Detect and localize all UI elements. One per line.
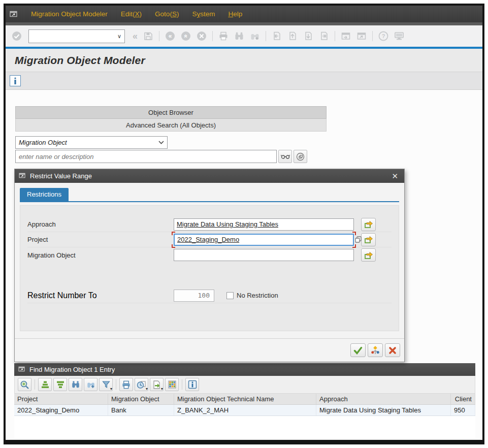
command-input[interactable]	[29, 30, 114, 43]
cell-client[interactable]: 950	[451, 405, 475, 415]
column-header-client[interactable]: Client	[451, 394, 475, 404]
choose-layout-icon[interactable]	[165, 378, 179, 391]
close-icon[interactable]: ✕	[389, 172, 400, 181]
search-scope-icon[interactable]	[294, 150, 307, 163]
cell-project[interactable]: 2022_Staging_Demo	[14, 405, 108, 415]
menu-help[interactable]: Help	[228, 10, 242, 18]
help-icon[interactable]: ?	[377, 30, 389, 42]
column-header-migration-object[interactable]: Migration Object	[108, 394, 174, 404]
save-icon[interactable]	[142, 30, 154, 42]
cancel-x-icon[interactable]	[385, 343, 400, 357]
approach-field[interactable]	[174, 218, 354, 231]
search-input[interactable]	[15, 150, 277, 163]
multiple-selection-button-project[interactable]	[361, 233, 376, 246]
page-title: Migration Object Modeler	[15, 54, 145, 67]
advanced-search-header: Advanced Search (All Objects)	[15, 119, 327, 132]
detail-icon[interactable]	[18, 378, 31, 391]
export-icon[interactable]: ▾	[150, 378, 164, 391]
dialog-window-icon	[19, 173, 27, 179]
find-results-panel: Find Migration Object 1 Entry ▾	[14, 363, 475, 438]
value-help-icon[interactable]	[354, 236, 362, 243]
svg-text:?: ?	[382, 33, 385, 39]
confirm-check-icon[interactable]	[350, 343, 366, 357]
last-page-icon[interactable]	[318, 30, 330, 42]
project-field[interactable]	[174, 234, 354, 246]
tab-restrictions[interactable]: Restrictions	[20, 188, 69, 201]
info-toolbar	[6, 72, 482, 90]
cell-technical-name[interactable]: Z_BANK_2_MAH	[174, 405, 316, 415]
column-header-approach[interactable]: Approach	[316, 394, 451, 404]
print-icon[interactable]	[217, 30, 230, 42]
page-title-bar: Migration Object Modeler	[6, 49, 482, 72]
find-panel-title-bar[interactable]: Find Migration Object 1 Entry	[14, 363, 475, 376]
dialog-title-bar[interactable]: Restrict Value Range ✕	[15, 169, 404, 183]
info-icon[interactable]	[185, 378, 199, 391]
command-field[interactable]: ∨	[28, 29, 125, 43]
find-icon[interactable]	[69, 378, 82, 391]
up-icon[interactable]: «	[180, 30, 192, 42]
menu-goto[interactable]: Goto(S)	[155, 10, 179, 18]
toolbar-separator	[116, 379, 116, 390]
dialog-footer	[15, 338, 404, 362]
print-icon[interactable]	[119, 378, 133, 391]
multiple-selection-button-migration-object[interactable]	[361, 248, 376, 262]
first-page-icon[interactable]	[271, 30, 283, 42]
information-icon[interactable]	[10, 75, 21, 86]
multiple-selection-icon[interactable]	[368, 343, 383, 357]
new-session-icon[interactable]	[340, 30, 352, 42]
focus-corner	[172, 244, 175, 248]
enter-check-icon[interactable]	[11, 30, 23, 42]
menu-migration-object-modeler[interactable]: Migration Object Modeler	[31, 10, 108, 18]
glasses-icon[interactable]	[278, 150, 292, 163]
restrict-number-field[interactable]	[174, 290, 214, 302]
svg-text:«: «	[182, 35, 189, 38]
find-panel-window-icon	[18, 366, 26, 373]
next-page-icon[interactable]	[302, 30, 314, 42]
toolbar-separator	[159, 31, 159, 41]
back-icon[interactable]: «	[164, 30, 176, 42]
toolbar-separator	[35, 379, 35, 390]
set-filter-icon[interactable]: ▾	[99, 378, 113, 391]
exit-icon[interactable]	[196, 30, 208, 42]
find-next-icon[interactable]	[249, 30, 261, 42]
chevron-down-icon[interactable]: ∨	[114, 33, 124, 40]
views-icon[interactable]: ▾	[135, 378, 148, 391]
object-browser-panel: Object Browser Advanced Search (All Obje…	[15, 106, 327, 163]
sort-descending-icon[interactable]	[53, 378, 67, 391]
migration-object-label: Migration Object	[27, 251, 174, 259]
project-field-wrapper	[174, 234, 354, 246]
toolbar-separator	[335, 31, 335, 41]
find-panel-toolbar: ▾ ▾ ▾	[14, 376, 475, 394]
collapse-toolbar-icon[interactable]: «	[133, 31, 138, 42]
find-icon[interactable]	[233, 30, 245, 42]
cell-migration-object[interactable]: Bank	[108, 405, 174, 415]
project-label: Project	[27, 236, 174, 243]
caret-down-icon: ▾	[161, 387, 163, 391]
find-next-icon[interactable]	[84, 378, 97, 391]
toolbar-separator	[212, 31, 213, 41]
menu-system[interactable]: System	[192, 10, 215, 18]
menu-edit[interactable]: Edit(X)	[121, 10, 142, 18]
no-restriction-checkbox[interactable]	[226, 292, 234, 299]
multiple-selection-button-approach[interactable]	[361, 218, 376, 231]
object-browser-header: Object Browser	[15, 106, 327, 119]
sort-ascending-icon[interactable]	[38, 378, 52, 391]
gui-settings-icon[interactable]	[393, 30, 405, 42]
toolbar-separator	[266, 31, 266, 41]
focus-corner	[352, 244, 356, 248]
cell-approach[interactable]: Migrate Data Using Staging Tables	[316, 405, 451, 415]
window-control-icon[interactable]	[10, 11, 18, 17]
column-header-project[interactable]: Project	[14, 394, 108, 404]
object-type-select[interactable]: Migration Object	[15, 136, 168, 149]
previous-page-icon[interactable]	[286, 30, 299, 42]
menu-bar: Migration Object Modeler Edit(X) Goto(S)…	[6, 6, 482, 22]
find-panel-title: Find Migration Object 1 Entry	[29, 366, 115, 373]
focus-corner	[172, 232, 175, 235]
toolbar-separator	[372, 31, 373, 41]
create-shortcut-icon[interactable]	[355, 30, 368, 42]
table-row[interactable]: 2022_Staging_Demo Bank Z_BANK_2_MAH Migr…	[14, 405, 475, 416]
restrictions-panel: Approach Project	[20, 205, 399, 331]
migration-object-field[interactable]	[174, 249, 354, 261]
column-header-technical-name[interactable]: Migration Object Technical Name	[174, 394, 316, 404]
svg-text:«: «	[169, 33, 172, 40]
